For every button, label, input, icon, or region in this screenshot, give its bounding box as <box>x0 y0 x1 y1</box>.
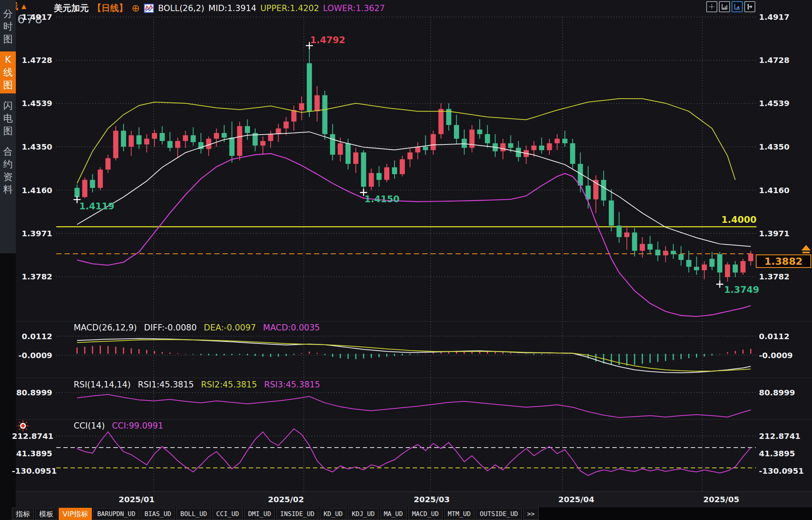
axis-label: 1.3971 <box>759 229 810 238</box>
toolbar-tab-DMI_UD[interactable]: DMI_UD <box>244 508 275 520</box>
axis-scale-icon[interactable] <box>719 1 730 12</box>
axis-label: 1.4539 <box>12 99 52 108</box>
rsi-title: RSI(14,14,14) <box>74 380 131 389</box>
boll-upper-value: UPPER:1.4202 <box>260 4 319 13</box>
toolbar-tab-BOLL_UD[interactable]: BOLL_UD <box>176 508 211 520</box>
toolbar-tab-BARUPDN_UD[interactable]: BARUPDN_UD <box>93 508 139 520</box>
axis-label: -130.0951 <box>12 466 52 476</box>
rsi1-value: RSI1:45.3815 <box>138 380 194 389</box>
cci-panel-header: CCI(14) CCI:99.0991 <box>74 421 163 431</box>
x-axis-month-label: 2025/04 <box>555 495 598 504</box>
hline-price-annotation: 1.4000 <box>701 214 757 225</box>
toolbar-tab-MACD_UD[interactable]: MACD_UD <box>408 508 442 520</box>
axis-label: 1.4160 <box>12 186 52 195</box>
apr-low-annotation: 1.3749 <box>724 285 759 295</box>
axis-label: 212.8741 <box>12 431 52 441</box>
alert-sun-icon[interactable] <box>17 419 29 432</box>
toolbar-tab-KD_UD[interactable]: KD_UD <box>320 508 347 520</box>
x-axis-month-label: 2025/01 <box>115 495 158 504</box>
axis-label: 41.3895 <box>759 449 810 458</box>
macd-dea-value: DEA:-0.0097 <box>204 323 256 332</box>
price-up-arrow-icon <box>801 245 811 254</box>
rsi3-value: RSI3:45.3815 <box>264 380 320 389</box>
toolbar-tab-MA_UD[interactable]: MA_UD <box>380 508 407 520</box>
macd-macd-value: MACD:0.0035 <box>263 323 320 332</box>
rsi2-value: RSI2:45.3815 <box>201 380 257 389</box>
symbol-title: 美元加元 <box>54 2 89 14</box>
boll-params-label: BOLL(26,2) <box>158 4 204 13</box>
axis-label: 212.8741 <box>759 431 810 441</box>
start-low-annotation: 1.4119 <box>79 201 114 211</box>
axis-label: 1.4728 <box>759 55 810 65</box>
toolbar-tab-MTM_UD[interactable]: MTM_UD <box>444 508 475 520</box>
toolbar-tab-[interactable]: 指标 <box>12 508 34 520</box>
axis-label: 0.0112 <box>759 332 810 341</box>
axis-label: 1.4539 <box>759 99 810 108</box>
pan-crosshair-icon[interactable] <box>706 1 717 12</box>
boll-lower-value: LOWER:1.3627 <box>323 4 385 13</box>
boll-mid-value: MID:1.3914 <box>208 4 256 13</box>
x-axis-month-label: 2025/02 <box>264 495 308 504</box>
feb-low-annotation: 1.4150 <box>364 194 400 204</box>
rsi-panel-header: RSI(14,14,14) RSI1:45.3815 RSI2:45.3815 … <box>74 380 320 389</box>
cci-value: CCI:99.0991 <box>112 421 163 431</box>
axis-label: 41.3895 <box>12 449 52 458</box>
axis-label: 0.0112 <box>12 332 52 341</box>
chart-view-buttons <box>706 1 755 12</box>
toolbar-tab-INSIDE_UD[interactable]: INSIDE_UD <box>276 508 318 520</box>
toolbar-tab-[interactable]: 模板 <box>35 508 57 520</box>
macd-diff-value: DIFF:-0.0080 <box>144 323 197 332</box>
chart-header: 美元加元 【日线】 ⊕ BOLL(26,2) MID:1.3914 UPPER:… <box>54 2 385 14</box>
macd-panel-header: MACD(26,12,9) DIFF:-0.0080 DEA:-0.0097 M… <box>74 323 320 332</box>
indicator-toolbar: 指标模板VIP指标BARUPDN_UDBIAS_UDBOLL_UDCCI_UDD… <box>12 508 539 520</box>
axis-label: 1.3971 <box>12 229 52 238</box>
goto-last-bar-icon[interactable] <box>744 1 755 12</box>
axis-label: -0.0009 <box>12 351 52 360</box>
toolbar-tab-VIP[interactable]: VIP指标 <box>59 508 92 520</box>
toolbar-tab-BIAS_UD[interactable]: BIAS_UD <box>141 508 175 520</box>
axis-label: 1.4917 <box>12 12 52 22</box>
axis-label: -130.0951 <box>759 466 810 476</box>
x-axis-month-label: 2025/05 <box>700 495 743 504</box>
high-price-annotation: 1.4792 <box>310 35 345 45</box>
toolbar-tab->>[interactable]: >> <box>523 508 539 520</box>
toolbar-tab-KDJ_UD[interactable]: KDJ_UD <box>348 508 379 520</box>
period-tag[interactable]: 【日线】 <box>93 2 128 14</box>
axis-label: 80.8999 <box>759 388 810 397</box>
sidebar: 分时图K线图闪电图合约资料 <box>0 0 16 253</box>
toolbar-tab-CCI_UD[interactable]: CCI_UD <box>212 508 243 520</box>
indicator-chart-icon[interactable] <box>144 4 154 13</box>
chart-canvas[interactable] <box>0 0 812 520</box>
axis-label: 1.3782 <box>759 272 810 281</box>
last-price-box: 1.3882 <box>756 254 811 268</box>
cci-title: CCI(14) <box>74 421 105 431</box>
axis-label: 1.4917 <box>759 12 810 22</box>
axis-label: 1.4350 <box>759 142 810 152</box>
sidebar-tab-分时图[interactable]: 分时图 <box>0 6 16 47</box>
axis-label: 1.4160 <box>759 186 810 195</box>
macd-title: MACD(26,12,9) <box>74 323 137 332</box>
expand-icon[interactable]: ⊕ <box>132 4 140 13</box>
axis-label: 80.8999 <box>12 388 52 397</box>
sidebar-tab-K线图[interactable]: K线图 <box>0 51 16 93</box>
sidebar-tab-闪电图[interactable]: 闪电图 <box>0 97 16 139</box>
sidebar-tab-合约资料[interactable]: 合约资料 <box>0 143 16 198</box>
x-axis-month-label: 2025/03 <box>410 495 454 504</box>
axis-label: 1.4350 <box>12 142 52 152</box>
axis-autoplay-icon[interactable] <box>732 1 743 12</box>
axis-label: -0.0009 <box>759 351 810 360</box>
toolbar-tab-OUTSIDE_UD[interactable]: OUTSIDE_UD <box>476 508 522 520</box>
axis-label: 1.3782 <box>12 272 52 281</box>
axis-label: 1.4728 <box>12 55 52 65</box>
